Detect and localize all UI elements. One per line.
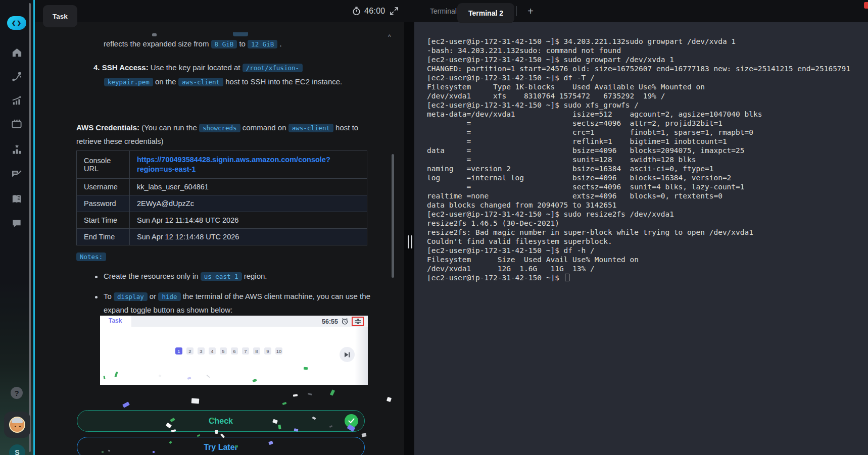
mini-page-button[interactable]: 10 <box>275 347 282 355</box>
table-row: Username kk_labs_user_604861 <box>77 179 367 195</box>
password-value: 2EWyA@dUpzZc <box>137 199 194 208</box>
text-run: to <box>237 39 248 48</box>
clipped-badge-fragment <box>233 32 248 36</box>
help-icon: ? <box>11 387 23 399</box>
session-timer: 46:00 <box>352 0 385 22</box>
mini-page-button[interactable]: 9 <box>264 347 271 355</box>
new-terminal-button[interactable]: + <box>523 0 538 22</box>
terminal-line: [ec2-user@ip-172-31-42-150 ~]$ sudo xfs_… <box>427 100 850 110</box>
try-later-button[interactable]: Try Later <box>77 437 365 455</box>
terminal-line: = sectsz=4096 attr=2, projid32bit=1 <box>427 119 850 128</box>
terminal-line: Filesystem Type 1K-blocks Used Available… <box>427 82 850 91</box>
top-bar: Task 46:00 Terminal 1 Terminal 2 + <box>0 0 868 22</box>
text-run: reflects the expanded size from <box>104 39 211 48</box>
sidebar-item-home[interactable] <box>0 47 33 59</box>
creds-title: AWS Credentials: <box>76 123 139 132</box>
username-value: kk_labs_user_604861 <box>137 183 209 191</box>
task-scrollbar[interactable] <box>392 154 394 278</box>
end-time-value: Sun Apr 12 12:14:48 UTC 2026 <box>137 233 239 241</box>
embedded-screenshot: Task 56:55 12345678910 <box>100 316 368 385</box>
sidebar-item-leaderboard[interactable] <box>0 143 33 156</box>
bullet-dot <box>95 276 98 278</box>
credentials-table: Console URL https://700493584428.signin.… <box>76 150 367 245</box>
user-avatar-button[interactable] <box>4 412 30 438</box>
console-url-link[interactable]: https://700493584428.signin.aws.amazon.c… <box>137 155 360 165</box>
mini-page-button[interactable]: 5 <box>220 347 227 355</box>
check-success-icon <box>345 414 358 428</box>
tab-terminal-2[interactable]: Terminal 2 <box>457 3 514 23</box>
leaderboard-icon <box>11 143 23 156</box>
tab-task[interactable]: Task <box>43 5 77 27</box>
profile-badge[interactable]: S <box>9 444 25 455</box>
text-run: the terminal of the AWS client machine, … <box>181 292 370 300</box>
task-panel: reflects the expanded size from 8 GiB to… <box>35 22 404 455</box>
divider-drag-handle[interactable] <box>408 235 412 248</box>
row-label: End Time <box>77 229 130 245</box>
table-row: End Time Sun Apr 12 12:14:48 UTC 2026 <box>77 229 367 245</box>
text-run: (You can run the <box>139 123 199 132</box>
start-time-value: Sun Apr 12 11:14:48 UTC 2026 <box>137 216 238 224</box>
mini-page-button[interactable]: 7 <box>242 347 249 355</box>
aws-credentials-intro: AWS Credentials: (You can run the showcr… <box>76 121 358 148</box>
mini-page-button[interactable]: 6 <box>231 347 238 355</box>
tab-separator <box>516 6 517 16</box>
mini-page-button[interactable]: 8 <box>253 347 260 355</box>
left-sidebar: ❮❯ <box>0 0 33 455</box>
text-run: Use the key pair located at <box>149 63 243 72</box>
mini-page-button[interactable]: 1 <box>175 347 182 355</box>
notes-badge: Notes: <box>76 252 106 261</box>
sidebar-item-calendar[interactable] <box>0 118 33 130</box>
sidebar-item-progress[interactable] <box>0 95 33 107</box>
app-window: Task 46:00 Terminal 1 Terminal 2 + <box>0 0 868 455</box>
table-row: Start Time Sun Apr 12 11:14:48 UTC 2026 <box>77 212 367 229</box>
row-label: Console URL <box>77 151 130 179</box>
sidebar-item-docs[interactable] <box>0 193 33 205</box>
mini-page-button[interactable]: 3 <box>198 347 205 355</box>
terminal-line: [ec2-user@ip-172-31-42-150 ~]$ df -T / <box>427 73 850 82</box>
collapse-toggle-icon-highlighted[interactable] <box>352 317 364 326</box>
code-aws-client-2: aws-client <box>288 124 333 132</box>
code-display: display <box>114 292 148 301</box>
terminal-line: [ec2-user@ip-172-31-42-150 ~]$ df -h / <box>427 246 850 255</box>
text-run: or <box>148 292 159 300</box>
bullet-dot <box>95 296 98 298</box>
row-label: Start Time <box>77 212 130 229</box>
check-button-label: Check <box>209 417 233 426</box>
terminal-line: /dev/xvda1 12G 1.6G 11G 13% / <box>427 264 850 273</box>
sidebar-item-help[interactable]: ? <box>0 387 33 399</box>
sidebar-item-feedback[interactable] <box>0 168 33 180</box>
scroll-up-chevron-icon[interactable]: ^ <box>388 33 391 40</box>
learning-path-icon <box>11 71 23 82</box>
sidebar-item-logo[interactable]: ❮❯ <box>0 16 33 30</box>
mini-skip-button[interactable] <box>340 347 355 362</box>
expand-panel-icon[interactable] <box>389 7 399 16</box>
terminal-line: data blocks changed from 2094075 to 3142… <box>427 200 850 210</box>
sidebar-item-learning-path[interactable] <box>0 71 33 82</box>
text-run: expand toggle button as shown below: <box>104 304 370 317</box>
console-url-link[interactable]: region=us-east-1 <box>137 165 360 174</box>
terminal-line: realtime =none extsz=4096 blocks=0, rtex… <box>427 191 850 200</box>
terminal-line: CHANGED: partition=1 start=24576 old: si… <box>427 64 850 73</box>
terminal-panel[interactable]: [ec2-user@ip-172-31-42-150 ~]$ 34.203.22… <box>414 20 868 455</box>
calendar-icon <box>11 118 23 130</box>
paragraph-expanded-size: reflects the expanded size from 8 GiB to… <box>104 37 282 51</box>
alarm-clock-icon <box>341 318 349 325</box>
code-12gib: 12 GiB <box>248 40 277 48</box>
code-8gib: 8 GiB <box>211 40 237 48</box>
mini-pagination: 12345678910 <box>175 347 282 355</box>
sidebar-item-community[interactable] <box>0 218 33 229</box>
terminal-prompt: [ec2-user@ip-172-31-42-150 ~]$ <box>427 274 564 282</box>
code-showcreds: showcreds <box>199 124 240 132</box>
mini-page-button[interactable]: 4 <box>209 347 216 355</box>
terminal-line: /dev/xvda1 xfs 8310764 1575472 6735292 1… <box>427 91 850 100</box>
mini-page-button[interactable]: 2 <box>186 347 194 355</box>
row-label: Password <box>77 195 130 212</box>
book-icon <box>11 193 23 205</box>
note-bullet-1: Create the resources only in us-east-1 r… <box>104 270 267 283</box>
chat-icon <box>11 218 23 229</box>
mini-task-label: Task <box>109 317 122 324</box>
stopwatch-icon <box>352 7 361 16</box>
text-run: command on <box>240 123 288 132</box>
check-button[interactable]: Check <box>77 410 365 432</box>
terminal-line: -bash: 34.203.221.132sudo: command not f… <box>427 46 850 55</box>
